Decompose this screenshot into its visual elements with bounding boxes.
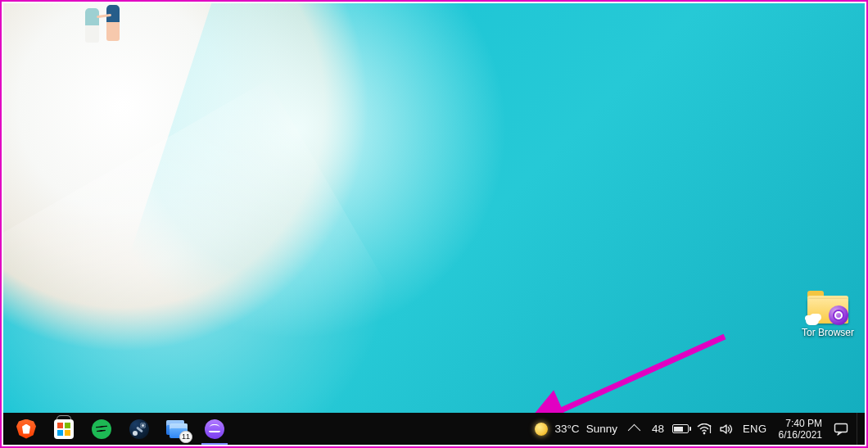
weather-temperature: 33°C <box>554 423 579 435</box>
desktop-icon-tor-browser[interactable]: Tor Browser <box>796 291 860 338</box>
svg-point-1 <box>703 432 706 434</box>
microsoft-store-icon <box>54 419 74 439</box>
taskbar-app-purple[interactable] <box>197 413 233 445</box>
tray-battery[interactable] <box>672 424 689 433</box>
notification-icon <box>834 423 848 436</box>
brave-icon <box>16 419 36 439</box>
taskbar-app-steam[interactable] <box>121 413 157 445</box>
tray-action-center[interactable] <box>834 423 848 436</box>
sun-icon <box>535 423 548 436</box>
wifi-icon <box>697 423 712 435</box>
folder-icon <box>807 291 848 324</box>
battery-icon <box>672 424 689 433</box>
files-badge: 11 <box>179 431 192 443</box>
tray-clock[interactable]: 7:40 PM 6/16/2021 <box>775 418 825 441</box>
clock-date: 6/16/2021 <box>779 429 822 441</box>
chevron-up-icon <box>628 424 641 437</box>
steam-icon <box>129 419 149 439</box>
tor-icon <box>829 305 848 325</box>
spotify-icon <box>92 419 111 439</box>
tray-network[interactable] <box>697 423 712 435</box>
desktop-wallpaper[interactable]: Tor Browser <box>3 3 865 413</box>
taskbar: 11 33°C Sunny 48 <box>3 413 865 445</box>
tray-weather[interactable]: 33°C Sunny <box>535 423 617 436</box>
clock-time: 7:40 PM <box>779 418 822 429</box>
tray-counter[interactable]: 48 <box>652 423 664 435</box>
taskbar-app-brave[interactable] <box>8 413 44 445</box>
desktop-icon-label: Tor Browser <box>802 327 854 338</box>
tray-ime[interactable]: ENG <box>743 423 767 435</box>
show-desktop-strip[interactable] <box>857 413 861 445</box>
tray-overflow[interactable] <box>626 423 644 435</box>
mustache-icon <box>205 419 224 439</box>
tray-volume[interactable] <box>720 423 735 435</box>
weather-condition: Sunny <box>586 423 617 435</box>
taskbar-app-spotify[interactable] <box>84 413 120 445</box>
svg-rect-3 <box>835 423 848 432</box>
speaker-icon <box>720 423 735 435</box>
taskbar-app-microsoft-store[interactable] <box>46 413 82 445</box>
files-icon: 11 <box>166 420 188 438</box>
sync-cloud-icon <box>806 316 819 325</box>
taskbar-app-files[interactable]: 11 <box>159 413 195 445</box>
